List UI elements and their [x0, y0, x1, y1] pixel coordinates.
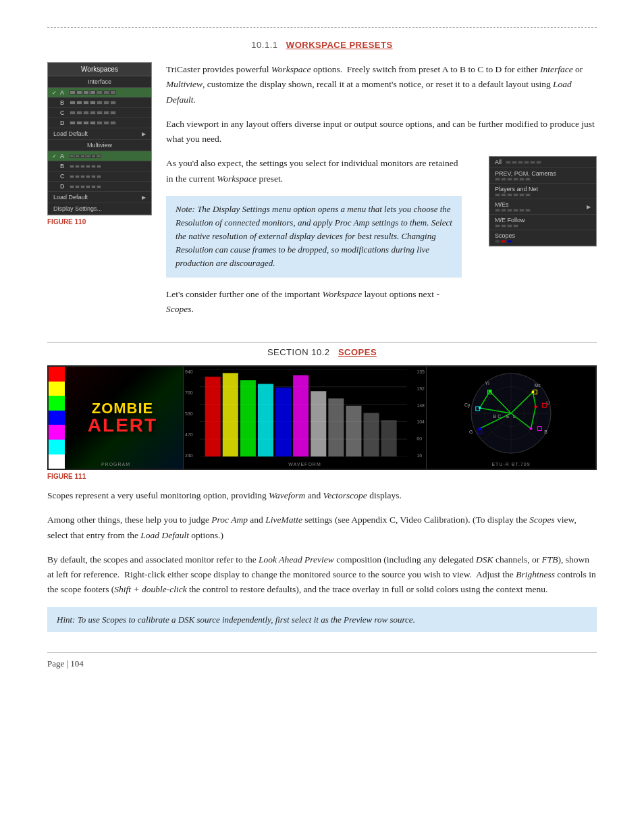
fig111-waveform-panel: 940 760 530 470 240: [184, 367, 427, 469]
svg-text:G: G: [469, 429, 473, 434]
section-102-number: SECTION 10.2: [267, 347, 330, 357]
fig110-mv-row-a: ✓ A: [48, 151, 151, 161]
submenu-prev-pgm: PREV, PGM, Cameras: [489, 168, 596, 184]
section-102-title: SCOPES: [338, 347, 377, 357]
fig111-vectorscope-label: ETU-R BT.709: [427, 462, 595, 467]
svg-text:Yl: Yl: [485, 381, 490, 386]
submenu-panel: All PREV, PGM, Cameras: [489, 156, 597, 246]
svg-text:U: U: [546, 400, 549, 405]
scopes-para3: By default, the scopes and associated mo…: [47, 552, 597, 598]
svg-point-36: [489, 390, 491, 393]
section-1011-heading: 10.1.1 WORKSPACE PRESETS: [47, 40, 597, 50]
svg-text:E: E: [506, 414, 510, 419]
section-number: 10.1.1: [251, 40, 277, 50]
svg-text:L: L: [513, 414, 516, 419]
page-number: Page | 104: [47, 658, 84, 669]
page-footer: Page | 104: [47, 652, 597, 669]
workspace-para4: Let's consider further one of the import…: [166, 287, 462, 317]
submenu-m-es: M/Es ▶: [489, 199, 596, 215]
fig110-mv-row-c: C: [48, 172, 151, 182]
svg-rect-6: [205, 377, 221, 457]
svg-point-34: [479, 427, 481, 430]
hint-box: Hint: To use Scopes to calibrate a DSK s…: [47, 607, 597, 633]
fig110-load-default-2[interactable]: Load Default ▶: [48, 192, 151, 203]
scopes-para1: Scopes represent a very useful monitorin…: [47, 488, 597, 503]
alert-text: ALERT: [88, 416, 157, 435]
scopes-para2: Among other things, these help you to ju…: [47, 513, 597, 543]
section-102-heading: SECTION 10.2 SCOPES: [47, 342, 597, 357]
svg-rect-8: [240, 380, 256, 457]
svg-text:B: B: [544, 429, 547, 434]
svg-text:Mc: Mc: [534, 383, 541, 388]
workspace-para1: TriCaster provides powerful Workspace op…: [166, 62, 597, 107]
workspace-layout: Workspaces Interface ✓ A: [47, 62, 597, 326]
svg-text:C: C: [498, 414, 501, 419]
zombie-text: ZOMBIE: [88, 401, 157, 416]
figure-111-label: FIGURE 111: [47, 473, 597, 480]
svg-point-35: [479, 407, 481, 409]
svg-point-33: [530, 427, 533, 430]
page: 10.1.1 WORKSPACE PRESETS Workspaces Inte…: [0, 0, 644, 834]
fig110-load-default[interactable]: Load Default ▶: [48, 128, 151, 140]
svg-rect-10: [275, 388, 291, 457]
fig110-interface-label: Interface: [48, 76, 151, 88]
svg-rect-16: [381, 420, 397, 457]
fig111-waveform-label: WAVEFORM: [184, 462, 426, 467]
figure-110-image: Workspaces Interface ✓ A: [47, 62, 152, 215]
workspace-mixed-row: As you'd also expect, the settings you s…: [166, 156, 597, 326]
fig110-row-b: B: [48, 98, 151, 108]
fig110-display-settings[interactable]: Display Settings...: [48, 203, 151, 215]
workspace-para3: As you'd also expect, the settings you s…: [166, 156, 462, 186]
fig111-vectorscope-panel: Mc U B G Cy Yl E L C B ETU-R BT.709: [427, 367, 595, 469]
figure-111-image: ZOMBIE ALERT PROGRAM 940 760 530 470 240: [47, 365, 597, 470]
svg-rect-13: [328, 398, 344, 457]
svg-rect-7: [223, 373, 238, 457]
figure-111-container: ZOMBIE ALERT PROGRAM 940 760 530 470 240: [47, 365, 597, 480]
fig110-mv-row-d: D: [48, 182, 151, 192]
figure-110-label: FIGURE 110: [47, 218, 155, 226]
svg-rect-15: [364, 413, 379, 457]
submenu-scopes: Scopes: [489, 230, 596, 246]
fig110-row-d: D: [48, 118, 151, 128]
workspace-para2: Each viewport in any layout offers diver…: [166, 117, 597, 147]
svg-rect-14: [346, 406, 361, 457]
figure-110-area: Workspaces Interface ✓ A: [47, 62, 155, 326]
svg-point-32: [534, 405, 537, 408]
workspace-text-area: TriCaster provides powerful Workspace op…: [166, 62, 597, 326]
svg-point-31: [532, 391, 535, 394]
svg-rect-12: [311, 391, 326, 457]
fig110-row-c: C: [48, 108, 151, 118]
svg-text:B: B: [493, 414, 496, 419]
submenu-m-e-follow: M/E Follow: [489, 215, 596, 230]
svg-text:Cy: Cy: [464, 402, 471, 408]
submenu-all: All: [489, 157, 596, 168]
fig110-multiview-label: Multiview: [48, 140, 151, 151]
fig110-header: Workspaces: [48, 63, 151, 76]
top-border: [47, 27, 597, 28]
section-title: WORKSPACE PRESETS: [286, 40, 393, 50]
svg-rect-11: [293, 375, 308, 457]
fig110-row-a: ✓ A: [48, 88, 151, 98]
fig110-mv-row-b: B: [48, 161, 151, 172]
submenu-players-net: Players and Net: [489, 184, 596, 199]
fig111-program-label: PROGRAM: [49, 462, 183, 467]
workspace-note-box: Note: The Display Settings menu option o…: [166, 196, 462, 278]
svg-rect-9: [258, 384, 273, 457]
fig111-program-panel: ZOMBIE ALERT PROGRAM: [49, 367, 184, 469]
